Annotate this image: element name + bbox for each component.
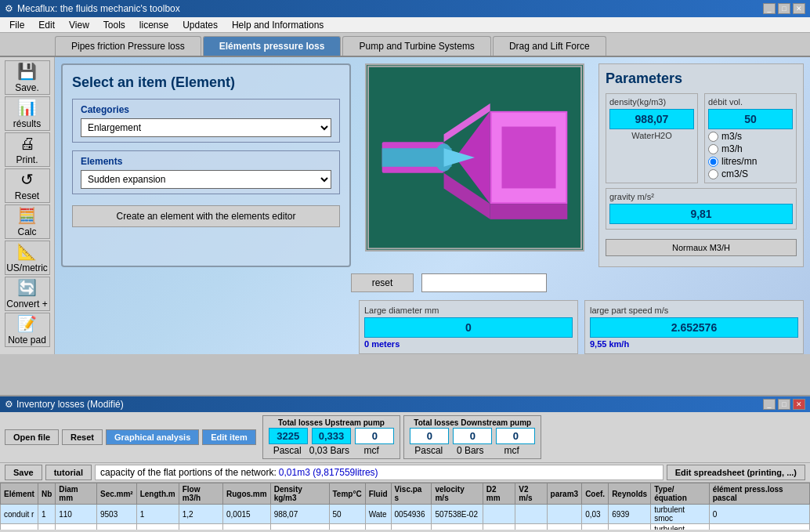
menu-view[interactable]: View [63, 18, 96, 32]
sidebar-usmetric-btn[interactable]: 📐 US/metric [5, 241, 50, 275]
downstream-val-0: 0 [410, 428, 449, 444]
input-field[interactable] [421, 273, 547, 292]
density-box: density(kg/m3) 988,07 WaterH2O [606, 93, 698, 183]
edit-item-btn[interactable]: Edit item [202, 429, 255, 445]
density-label: density(kg/m3) [609, 97, 694, 107]
sidebar-print-btn[interactable]: 🖨 Print. [5, 132, 50, 167]
categories-label: Categories [81, 104, 331, 115]
upstream-sub-0: Pascal [268, 445, 307, 456]
large-speed-label: large part speed m/s [590, 306, 798, 315]
edit-spreadsheet-btn[interactable]: Edit spreadsheet (printing, ...) [667, 465, 805, 480]
upstream-val-1: 0,333 [312, 428, 352, 444]
th-reynolds: Reynolds [609, 483, 651, 505]
parameters-title: Parameters [606, 71, 797, 87]
debit-value: 50 [708, 109, 793, 129]
maximize-button[interactable]: □ [778, 3, 790, 14]
tutorial-btn[interactable]: tutorial [45, 465, 92, 480]
categories-group: Categories Enlargement Reduction Bend Te… [72, 99, 340, 143]
create-element-btn[interactable]: Create an element with the elements edit… [72, 205, 340, 227]
downstream-sub-0: Pascal [409, 445, 448, 456]
elements-group: Elements Sudden expansion Gradual expans… [72, 150, 340, 194]
sidebar-notepad-btn[interactable]: 📝 Note pad [5, 313, 50, 347]
inventory-toolbar: Open file Reset Graphical analysis Edit … [0, 412, 810, 463]
minimize-button[interactable]: _ [763, 3, 776, 14]
element-image [365, 63, 584, 252]
inventory-window: ⚙ Inventory losses (Modifié) _ □ ✕ Open … [0, 395, 810, 532]
sidebar-usmetric-label: US/metric [6, 262, 48, 273]
menu-updates[interactable]: Updates [176, 18, 224, 32]
inventory-table-container: Elément Nb Diam mm Sec.mm² Length.m Flow… [0, 483, 810, 530]
sidebar-results-btn[interactable]: 📊 résults [5, 96, 50, 131]
tab-drag[interactable]: Drag and Lift Force [493, 36, 606, 56]
th-diam: Diam mm [56, 483, 97, 505]
density-value: 988,07 [609, 109, 694, 129]
downstream-sub-1: 0 Bars [450, 445, 490, 456]
menu-help[interactable]: Help and Informations [226, 18, 330, 32]
large-diam-label: Large diameter mm [364, 306, 573, 315]
tab-elements[interactable]: Eléments pressure loss [203, 36, 342, 56]
th-flow: Flow m3/h [179, 483, 222, 505]
sidebar-convert-label: Convert + [6, 299, 47, 309]
sidebar-calc-btn[interactable]: 🧮 Calc [5, 204, 50, 239]
svg-rect-11 [490, 204, 568, 219]
open-file-btn[interactable]: Open file [5, 429, 59, 445]
element-svg [367, 63, 583, 252]
th-element: Elément [1, 483, 38, 505]
large-speed-sub: 9,55 km/h [590, 339, 798, 349]
sidebar-convert-btn[interactable]: 🔄 Convert + [5, 277, 50, 311]
inv-maximize-btn[interactable]: □ [778, 399, 790, 410]
norm-button[interactable]: Normaux M3/H [606, 239, 797, 256]
gravity-box: gravity m/s² 9,81 [606, 188, 797, 230]
gravity-label: gravity m/s² [609, 192, 793, 201]
inventory-title-bar: ⚙ Inventory losses (Modifié) _ □ ✕ [0, 396, 810, 412]
sidebar-print-label: Print. [16, 154, 38, 165]
svg-rect-8 [382, 148, 452, 167]
inv-close-btn[interactable]: ✕ [793, 399, 805, 410]
downstream-val-2: 0 [496, 428, 535, 444]
large-diam-box: Large diameter mm 0 0 meters [359, 300, 578, 354]
select-panel: Select an item (Element) Categories Enla… [61, 63, 351, 267]
close-button[interactable]: ✕ [793, 3, 805, 14]
inv-minimize-btn[interactable]: _ [763, 399, 776, 410]
tab-pump[interactable]: Pump and Turbine Systems [342, 36, 490, 56]
menu-license[interactable]: license [133, 18, 175, 32]
downstream-val-1: 0 [453, 428, 492, 444]
upstream-val-0: 3225 [269, 428, 308, 444]
sidebar-reset-btn[interactable]: ↺ Reset [5, 168, 50, 203]
tab-pipes[interactable]: Pipes friction Pressure loss [55, 36, 201, 56]
sidebar-reset-label: Reset [15, 190, 39, 201]
th-nb: Nb [38, 483, 55, 505]
save-btn[interactable]: Save [5, 465, 42, 480]
th-velocity: velocity m/s [432, 483, 483, 505]
radio-group: m3/s m3/h litres/mn cm3/S [708, 131, 793, 179]
menu-tools[interactable]: Tools [97, 18, 132, 32]
menu-bar: File Edit View Tools license Updates Hel… [0, 17, 810, 33]
th-type: Type/équation [651, 483, 709, 505]
large-speed-box: large part speed m/s 2.652576 9,55 km/h [584, 300, 804, 354]
graphical-analysis-btn[interactable]: Graphical analysis [106, 429, 199, 445]
th-fluid: Fluid [365, 483, 391, 505]
capacity-note: capacity of the flat portions of the net… [95, 465, 664, 480]
categories-dropdown[interactable]: Enlargement Reduction Bend Tee Valve [81, 118, 331, 137]
reset-button[interactable]: reset [351, 273, 414, 292]
large-diam-value: 0 [364, 317, 573, 338]
th-visc: Visc.pa s [391, 483, 432, 505]
svg-rect-6 [502, 127, 556, 189]
inventory-table: Elément Nb Diam mm Sec.mm² Length.m Flow… [0, 483, 810, 530]
elements-label: Elements [81, 156, 331, 167]
th-density: Density kg/m3 [270, 483, 329, 505]
downstream-label: Total losses Downstream pump [409, 418, 536, 427]
large-speed-value: 2.652576 [590, 317, 798, 338]
elements-dropdown[interactable]: Sudden expansion Gradual expansion Contr… [81, 170, 331, 189]
inventory-reset-btn[interactable]: Reset [62, 429, 103, 445]
th-coef: Coef. [582, 483, 609, 505]
menu-file[interactable]: File [3, 18, 31, 32]
large-diam-sub: 0 meters [364, 339, 573, 349]
sidebar-results-label: résults [13, 118, 41, 129]
menu-edit[interactable]: Edit [32, 18, 61, 32]
th-v2: V2 m/s [515, 483, 547, 505]
table-row: conduit r1110950311,20,0015988,0750Wate0… [1, 505, 810, 524]
sidebar-save-btn[interactable]: 💾 Save. [5, 60, 50, 95]
th-rugos: Rugos.mm [222, 483, 270, 505]
sidebar-save-label: Save. [15, 82, 39, 93]
